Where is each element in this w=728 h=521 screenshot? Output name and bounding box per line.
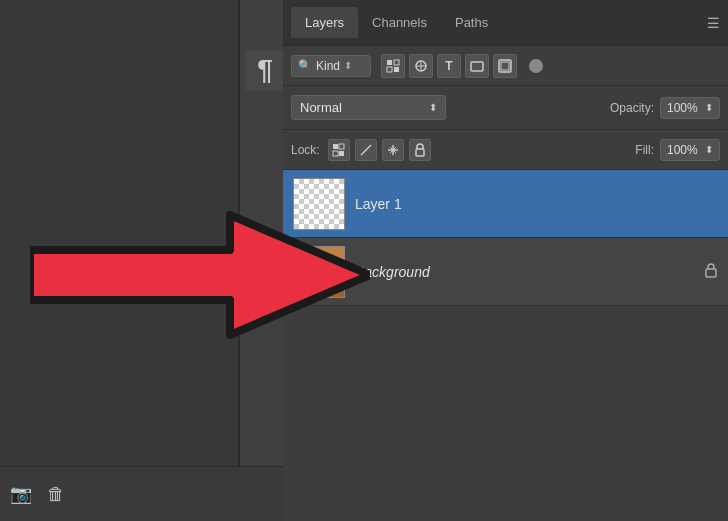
search-icon: 🔍 <box>298 59 312 72</box>
svg-point-23 <box>308 271 332 279</box>
svg-rect-1 <box>394 60 399 65</box>
camera-icon[interactable]: 📷 <box>10 483 32 505</box>
layer-row-background[interactable]: Background <box>283 238 728 306</box>
lock-image-btn[interactable] <box>355 139 377 161</box>
fill-label: Fill: <box>635 143 654 157</box>
opacity-group: Opacity: 100% ⬍ <box>610 97 720 119</box>
bottom-toolbar: 📷 🗑 <box>0 466 285 521</box>
kind-dropdown[interactable]: 🔍 Kind ⬍ <box>291 55 371 77</box>
tabs-row: Layers Channels Paths ☰ <box>283 0 728 46</box>
layer-1-name: Layer 1 <box>355 196 402 212</box>
layers-panel: Layers Channels Paths ☰ 🔍 Kind ⬍ <box>283 0 728 521</box>
svg-rect-2 <box>387 67 392 72</box>
lock-label: Lock: <box>291 143 320 157</box>
opacity-label: Opacity: <box>610 101 654 115</box>
background-thumbnail <box>293 246 345 298</box>
svg-point-21 <box>311 251 329 265</box>
filter-type-icon[interactable]: T <box>437 54 461 78</box>
layers-list: Layer 1 Backgrou <box>283 170 728 306</box>
blend-row: Normal ⬍ Opacity: 100% ⬍ <box>283 86 728 130</box>
fill-input[interactable]: 100% ⬍ <box>660 139 720 161</box>
trash-icon[interactable]: 🗑 <box>47 484 65 505</box>
kind-label: Kind <box>316 59 340 73</box>
filter-shape-icon[interactable] <box>465 54 489 78</box>
svg-rect-5 <box>471 62 483 71</box>
filter-pixel-icon[interactable] <box>381 54 405 78</box>
svg-rect-8 <box>333 144 338 149</box>
filter-adjust-icon[interactable] <box>409 54 433 78</box>
svg-rect-7 <box>501 62 509 70</box>
opacity-number: 100% <box>667 101 698 115</box>
left-panel: ¶ 📷 🗑 <box>0 0 285 521</box>
tab-layers[interactable]: Layers <box>291 7 358 38</box>
left-panel-inner <box>0 0 240 521</box>
svg-rect-3 <box>394 67 399 72</box>
svg-rect-9 <box>339 144 344 149</box>
tab-paths[interactable]: Paths <box>441 7 502 38</box>
lock-row: Lock: <box>283 130 728 170</box>
fill-arrow: ⬍ <box>705 144 713 155</box>
opacity-input[interactable]: 100% ⬍ <box>660 97 720 119</box>
tab-channels[interactable]: Channels <box>358 7 441 38</box>
blend-mode-value: Normal <box>300 100 342 115</box>
blend-mode-dropdown[interactable]: Normal ⬍ <box>291 95 446 120</box>
kind-chevron: ⬍ <box>344 60 352 71</box>
panel-menu-icon[interactable]: ☰ <box>707 15 720 31</box>
fill-number: 100% <box>667 143 698 157</box>
checkerboard-pattern <box>294 179 344 229</box>
background-lock-icon <box>704 262 718 281</box>
lock-transparent-btn[interactable] <box>328 139 350 161</box>
lock-icons <box>328 139 431 161</box>
filter-icons: T <box>381 54 517 78</box>
svg-rect-24 <box>706 269 716 277</box>
layer-row-1[interactable]: Layer 1 <box>283 170 728 238</box>
svg-rect-10 <box>333 151 338 156</box>
lock-all-btn[interactable] <box>409 139 431 161</box>
fill-group: Fill: 100% ⬍ <box>635 139 720 161</box>
filter-toggle[interactable] <box>529 59 543 73</box>
opacity-arrow: ⬍ <box>705 102 713 113</box>
svg-rect-11 <box>339 151 344 156</box>
paragraph-icon-area: ¶ <box>245 50 285 90</box>
lock-position-btn[interactable] <box>382 139 404 161</box>
paragraph-icon: ¶ <box>257 54 273 86</box>
blend-mode-arrow: ⬍ <box>429 102 437 113</box>
svg-line-12 <box>361 145 371 155</box>
filter-row: 🔍 Kind ⬍ T <box>283 46 728 86</box>
background-name: Background <box>355 264 430 280</box>
layer-1-thumbnail <box>293 178 345 230</box>
svg-rect-17 <box>416 149 424 156</box>
filter-smart-icon[interactable] <box>493 54 517 78</box>
svg-rect-0 <box>387 60 392 65</box>
